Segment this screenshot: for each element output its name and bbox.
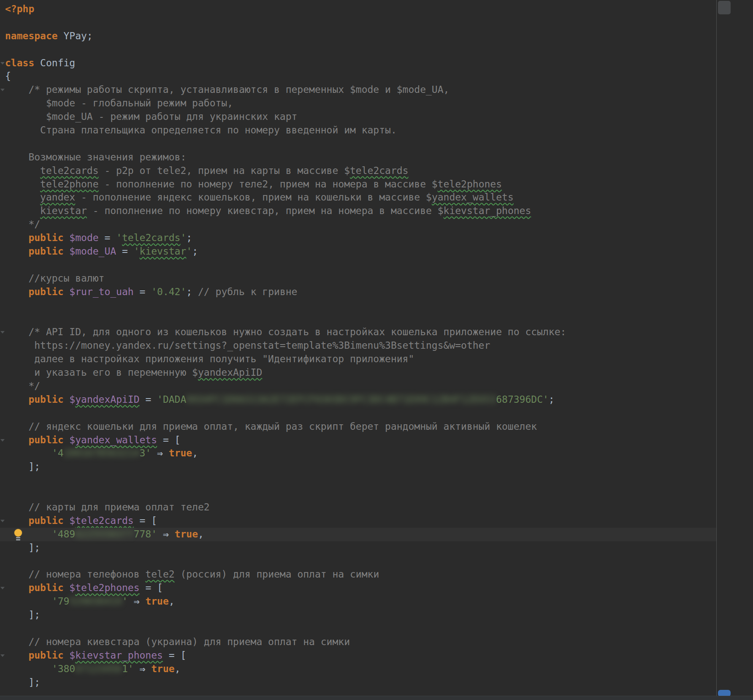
code-line[interactable]: $mode_UA - режим работы для украинских к…	[0, 110, 716, 124]
code-line[interactable]: tele2cards - p2p от tele2, прием на карт…	[0, 164, 716, 178]
code-token: ];	[5, 609, 40, 620]
code-token	[63, 246, 69, 257]
code-line[interactable]	[0, 474, 716, 487]
code-token	[5, 205, 40, 216]
code-line[interactable]: <?php	[0, 3, 716, 16]
code-token: ,	[169, 596, 175, 607]
code-line[interactable]: public $kievstar_phones = [	[0, 649, 716, 662]
code-token: tele2cards	[350, 165, 408, 176]
code-line[interactable]: public $mode_UA = 'kievstar';	[0, 245, 716, 258]
code-line[interactable]: Страна плательщика определяется по номер…	[0, 124, 716, 137]
code-token	[5, 448, 52, 459]
code-line[interactable]	[0, 258, 716, 272]
code-line[interactable]: yandex - пополнение яндекс кошельков, пр…	[0, 191, 716, 204]
code-token: kievstar	[40, 205, 87, 216]
code-line[interactable]: ];	[0, 460, 716, 474]
code-line[interactable]	[0, 407, 716, 420]
code-token: ⇒	[140, 663, 146, 674]
code-line[interactable]: // номера телефонов tele2 (россия) для п…	[0, 568, 716, 581]
code-line[interactable]: // карты для приема оплат теле2	[0, 501, 716, 514]
code-token	[134, 663, 140, 674]
fold-marker-icon[interactable]	[0, 62, 5, 65]
code-line[interactable]: public $rur_to_uah = '0.42'; // рубль к …	[0, 285, 716, 299]
code-line[interactable]: '380671234561' ⇒ true,	[0, 662, 716, 676]
code-line[interactable]: tele2phone - пополнение по номеру теле2,…	[0, 178, 716, 191]
code-line[interactable]: /* режимы работы скрипта, устанавливаютс…	[0, 83, 716, 97]
vertical-scrollbar[interactable]	[716, 0, 753, 700]
code-token: tele2cards	[40, 165, 98, 176]
code-token: - пополнение по номеру киевстар, прием н…	[87, 205, 444, 216]
code-line[interactable]	[0, 312, 716, 326]
code-line[interactable]: Возможные значения режимов:	[0, 151, 716, 164]
code-line[interactable]: public $yandex_wallets = [	[0, 434, 716, 447]
code-token: $	[69, 434, 75, 445]
code-token: {	[5, 71, 11, 81]
code-line[interactable]: https://money.yandex.ru/settings?_openst…	[0, 339, 716, 353]
code-line[interactable]: {	[0, 70, 716, 83]
code-line[interactable]: class Config	[0, 57, 716, 70]
code-token: ];	[5, 461, 40, 472]
code-token: public	[28, 582, 63, 593]
fold-marker-icon[interactable]	[0, 439, 5, 442]
code-line[interactable]: ];	[0, 541, 716, 555]
code-line[interactable]: '410016785632143' ⇒ true,	[0, 447, 716, 460]
code-line[interactable]: $mode - глобальный режим работы,	[0, 97, 716, 110]
code-token: 3'	[140, 448, 152, 459]
code-line[interactable]: // яндекс кошельки для приема оплат, каж…	[0, 420, 716, 434]
code-line[interactable]: public $mode = 'tele2cards';	[0, 231, 716, 245]
code-line[interactable]: public $yandexApiID = 'DADA0934FC1D0A313…	[0, 393, 716, 407]
code-token: tele2phones	[75, 582, 139, 593]
code-line[interactable]: ];	[0, 676, 716, 689]
code-line[interactable]	[0, 622, 716, 635]
code-line[interactable]: namespace YPay;	[0, 30, 716, 43]
code-editor[interactable]: <?phpnamespace YPay;class Config{ /* реж…	[0, 0, 753, 700]
code-token: ⇒	[163, 529, 169, 540]
code-line[interactable]: '79529036419' ⇒ true,	[0, 595, 716, 608]
fold-marker-icon[interactable]	[0, 654, 5, 657]
code-token	[63, 582, 69, 593]
code-line[interactable]: public $tele2cards = [	[0, 514, 716, 528]
scrollbar-thumb[interactable]	[718, 1, 731, 14]
code-line[interactable]: далее в настройках приложения получить "…	[0, 353, 716, 366]
code-line[interactable]: и указать его в переменную $yandexApiID	[0, 366, 716, 380]
code-line[interactable]	[0, 299, 716, 312]
code-line[interactable]: /* API ID, для одного из кошельков нужно…	[0, 326, 716, 339]
code-token: ⇒	[134, 596, 140, 607]
code-token: $mode	[69, 232, 98, 243]
code-token: ,	[198, 529, 204, 540]
code-line[interactable]: //курсы валют	[0, 272, 716, 285]
code-line[interactable]: */	[0, 218, 716, 231]
code-token: =	[134, 286, 152, 297]
code-token: '79	[52, 596, 70, 607]
code-token: = [	[134, 515, 157, 526]
code-line[interactable]: public $tele2phones = [	[0, 581, 716, 595]
fold-marker-icon[interactable]	[0, 520, 5, 522]
code-token: ,	[192, 448, 198, 459]
code-token	[5, 650, 28, 661]
code-token: true	[175, 529, 198, 540]
fold-marker-icon[interactable]	[0, 587, 5, 589]
code-line[interactable]: */	[0, 380, 716, 393]
code-line[interactable]: // номера киевстара (украина) для приема…	[0, 635, 716, 649]
code-token: public	[28, 286, 63, 297]
code-line[interactable]	[0, 43, 716, 57]
code-line[interactable]: ];	[0, 608, 716, 622]
code-token	[151, 448, 157, 459]
code-token: ⇒	[157, 448, 163, 459]
code-line[interactable]: kievstar - пополнение по номеру киевстар…	[0, 204, 716, 218]
code-line[interactable]	[0, 137, 716, 151]
code-line[interactable]	[0, 16, 716, 30]
fold-marker-icon[interactable]	[0, 89, 5, 91]
code-line[interactable]	[0, 487, 716, 501]
code-token: - p2p от tele2, прием на карты в массиве…	[99, 165, 350, 176]
code-token: //курсы валют	[5, 273, 104, 284]
fold-marker-icon[interactable]	[0, 331, 5, 334]
redacted-text: 6225550377	[75, 528, 133, 541]
code-token: public	[28, 246, 63, 257]
code-token: $	[69, 582, 75, 593]
code-token	[145, 663, 151, 674]
code-line[interactable]	[0, 555, 716, 568]
code-token: =	[140, 394, 157, 405]
intention-bulb-icon[interactable]	[14, 529, 23, 540]
current-line[interactable]: '4896225550377778' ⇒ true,	[0, 528, 716, 541]
